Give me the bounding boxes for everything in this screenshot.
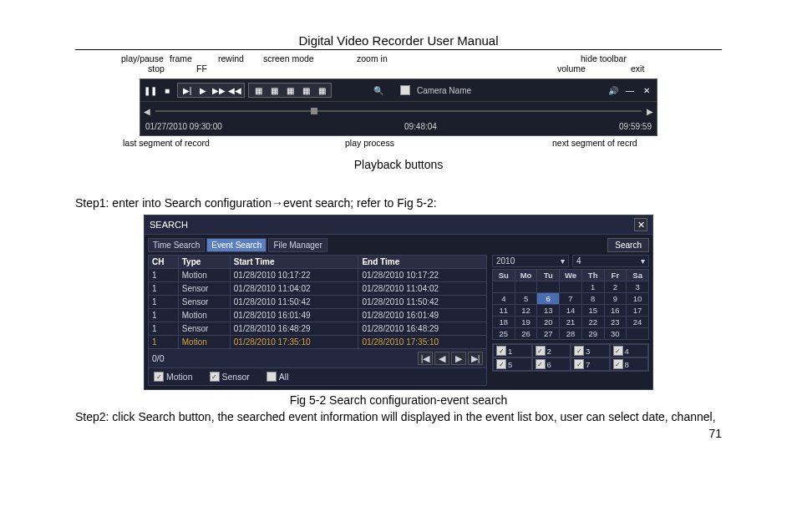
calendar-day[interactable]: 7 [560, 293, 582, 305]
calendar-day[interactable]: 16 [604, 305, 627, 317]
label-volume: volume [557, 63, 586, 73]
calendar-day[interactable]: 9 [604, 293, 627, 305]
calendar-day [560, 281, 582, 293]
calendar-day [493, 281, 515, 293]
step1-text: Step1: enter into Search configuration→e… [75, 196, 722, 210]
calendar-day[interactable]: 13 [537, 305, 560, 317]
minimize-icon[interactable]: — [623, 84, 637, 97]
calendar-day[interactable]: 21 [560, 317, 582, 328]
calendar-day[interactable]: 1 [581, 281, 604, 293]
pager-last-icon[interactable]: ▶| [468, 352, 483, 365]
calendar-day[interactable]: 22 [581, 317, 604, 328]
screen-16-icon[interactable]: ▦ [299, 84, 312, 97]
playback-bar: ❚❚ ■ ▶| ▶ ▶▶ ◀◀ ▦ ▦ ▦ ▦ ▦ 🔍 Camera Name … [140, 79, 657, 136]
calendar-day [537, 281, 560, 293]
filter-all[interactable]: All [267, 372, 289, 382]
screen-1-icon[interactable]: ▦ [251, 84, 265, 97]
pager-first-icon[interactable]: |◀ [418, 352, 433, 365]
channel-8[interactable]: ✓ 8 [610, 357, 649, 371]
calendar-day[interactable]: 27 [537, 328, 560, 340]
table-row[interactable]: 1Motion01/28/2010 17:35:1001/28/2010 17:… [149, 336, 487, 349]
stop-icon[interactable]: ■ [160, 84, 174, 97]
calendar-day[interactable]: 14 [560, 305, 582, 317]
calendar-day[interactable]: 5 [515, 293, 537, 305]
camera-name-checkbox[interactable] [400, 85, 410, 95]
label-frame: frame [170, 53, 192, 63]
table-header: Type [178, 256, 230, 269]
search-tabs: Time Search Event Search File Manager [148, 238, 487, 252]
channel-1[interactable]: ✓ 1 [493, 344, 532, 357]
play-icon[interactable]: ▶ [196, 84, 210, 97]
progress-track[interactable] [155, 110, 642, 112]
channel-5[interactable]: ✓ 5 [493, 357, 532, 371]
tab-time-search[interactable]: Time Search [148, 238, 205, 252]
pager-prev-icon[interactable]: ◀ [434, 352, 449, 365]
calendar-day [515, 281, 537, 293]
filter-sensor[interactable]: ✓Sensor [210, 372, 250, 382]
calendar-day[interactable]: 11 [493, 305, 515, 317]
close-icon[interactable]: ✕ [634, 218, 647, 231]
calendar: SuMoTuWeThFrSa 1234567891011121314151617… [492, 269, 649, 340]
screen-full-icon[interactable]: ▦ [315, 84, 328, 97]
table-row[interactable]: 1Sensor01/28/2010 11:04:0201/28/2010 11:… [149, 282, 487, 296]
calendar-day[interactable]: 29 [581, 328, 604, 340]
calendar-day[interactable]: 10 [627, 293, 649, 305]
time-end: 09:59:59 [619, 122, 652, 134]
time-start: 01/27/2010 09:30:00 [145, 122, 222, 134]
year-select[interactable]: 2010▾ [492, 255, 569, 267]
label-exit: exit [631, 63, 644, 73]
calendar-day[interactable]: 24 [627, 317, 649, 328]
prev-segment-icon[interactable]: ◀ [144, 107, 150, 116]
channel-3[interactable]: ✓ 3 [571, 344, 610, 357]
playback-diagram: play/pause frame rewind stop FF screen m… [140, 53, 657, 153]
calendar-day[interactable]: 28 [560, 328, 582, 340]
label-play-process: play process [345, 138, 394, 148]
calendar-day[interactable]: 15 [581, 305, 604, 317]
progress-thumb[interactable] [311, 108, 317, 114]
calendar-day[interactable]: 12 [515, 305, 537, 317]
channel-6[interactable]: ✓ 6 [532, 357, 571, 371]
calendar-day[interactable]: 17 [627, 305, 649, 317]
search-window: SEARCH ✕ Time Search Event Search File M… [144, 215, 653, 390]
table-row[interactable]: 1Sensor01/28/2010 11:50:4201/28/2010 11:… [149, 296, 487, 309]
pause-icon[interactable]: ❚❚ [144, 84, 157, 97]
event-table: CHTypeStart TimeEnd Time 1Motion01/28/20… [148, 255, 487, 349]
table-row[interactable]: 1Sensor01/28/2010 16:48:2901/28/2010 16:… [149, 322, 487, 336]
zoom-icon[interactable]: 🔍 [372, 84, 385, 97]
calendar-day[interactable]: 6 [537, 293, 560, 305]
ff-icon[interactable]: ▶▶ [212, 84, 226, 97]
rewind-icon[interactable]: ◀◀ [228, 84, 241, 97]
calendar-day[interactable]: 30 [604, 328, 627, 340]
table-row[interactable]: 1Motion01/28/2010 16:01:4901/28/2010 16:… [149, 309, 487, 322]
calendar-day[interactable]: 2 [604, 281, 627, 293]
label-last-segment: last segment of record [123, 138, 210, 148]
calendar-day[interactable]: 4 [493, 293, 515, 305]
label-screen-mode: screen mode [263, 53, 314, 63]
close-icon[interactable]: ✕ [640, 84, 653, 97]
next-segment-icon[interactable]: ▶ [647, 107, 653, 116]
calendar-day[interactable]: 25 [493, 328, 515, 340]
calendar-day[interactable]: 20 [537, 317, 560, 328]
calendar-day[interactable]: 3 [627, 281, 649, 293]
month-select[interactable]: 4▾ [572, 255, 649, 267]
calendar-day[interactable]: 8 [581, 293, 604, 305]
channel-7[interactable]: ✓ 7 [571, 357, 610, 371]
tab-event-search[interactable]: Event Search [206, 238, 267, 252]
calendar-day[interactable]: 18 [493, 317, 515, 328]
tab-file-manager[interactable]: File Manager [268, 238, 327, 252]
table-header: Start Time [230, 256, 358, 269]
frame-step-icon[interactable]: ▶| [180, 84, 194, 97]
calendar-day[interactable]: 26 [515, 328, 537, 340]
channel-2[interactable]: ✓ 2 [532, 344, 571, 357]
calendar-day[interactable]: 23 [604, 317, 627, 328]
table-row[interactable]: 1Motion01/28/2010 10:17:2201/28/2010 10:… [149, 269, 487, 282]
screen-4-icon[interactable]: ▦ [267, 84, 281, 97]
calendar-day[interactable]: 19 [515, 317, 537, 328]
search-button[interactable]: Search [607, 238, 649, 252]
channel-4[interactable]: ✓ 4 [610, 344, 649, 357]
label-rewind: rewind [218, 53, 244, 63]
speaker-icon[interactable]: 🔊 [607, 84, 620, 97]
screen-9-icon[interactable]: ▦ [283, 84, 297, 97]
filter-motion[interactable]: ✓Motion [154, 372, 193, 382]
pager-next-icon[interactable]: ▶ [451, 352, 466, 365]
